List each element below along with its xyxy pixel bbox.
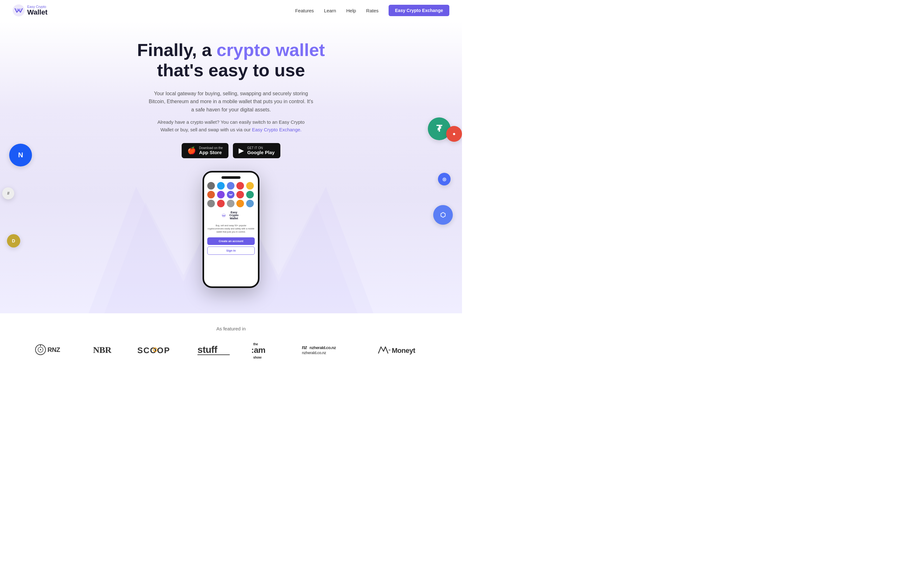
phone-create-account-button[interactable]: Create an account <box>207 237 255 245</box>
hero-heading-part2: that's easy to use <box>157 60 305 80</box>
crypto-dot-4 <box>236 182 244 190</box>
phone-wallet-logo: Easy Crypto Wallet <box>221 211 241 221</box>
phone-notch <box>221 176 241 179</box>
featured-section: As featured in RNZ NBR SCOOP stuff <box>0 313 462 374</box>
logo-icon <box>13 5 25 17</box>
nav-links: Features Learn Help Rates Easy Crypto Ex… <box>295 5 449 16</box>
svg-text:RNZ: RNZ <box>48 346 60 353</box>
phone-description: Buy, sell and swap 50+ popular cryptocur… <box>207 224 255 233</box>
featured-label: As featured in <box>19 326 443 331</box>
logo-wallet: Wallet <box>27 8 48 16</box>
crypto-dot-15 <box>246 200 254 207</box>
hero-heading-part1: Finally, a <box>137 40 216 60</box>
svg-text:nzherald.co.nz: nzherald.co.nz <box>310 345 336 350</box>
logo-text: Easy Crypto Wallet <box>27 5 48 16</box>
apple-icon: 🍎 <box>187 147 196 155</box>
googleplay-button[interactable]: ▶ GET IT ON Google Play <box>233 143 280 158</box>
navigation: Easy Crypto Wallet Features Learn Help R… <box>0 0 462 21</box>
crypto-dot-10 <box>246 191 254 198</box>
hero-heading: Finally, a crypto wallet that's easy to … <box>13 40 449 81</box>
nav-learn[interactable]: Learn <box>324 8 336 13</box>
crypto-dot-6 <box>207 191 215 198</box>
nav-rates[interactable]: Rates <box>366 8 378 13</box>
crypto-dot-13 <box>227 200 234 207</box>
phone-crypto-grid <box>207 182 255 207</box>
crypto-dot-11 <box>207 200 215 207</box>
hero-already-text: Already have a crypto wallet? You can ea… <box>152 118 310 134</box>
featured-stuff: stuff <box>196 344 231 358</box>
svg-text:SCOOP: SCOOP <box>137 345 170 355</box>
appstore-button[interactable]: 🍎 Download on the App Store <box>182 143 228 158</box>
crypto-dot-7 <box>217 191 225 198</box>
crypto-dot-9 <box>236 191 244 198</box>
phone-wallet-name1: Easy Crypto <box>227 211 241 217</box>
appstore-big-label: App Store <box>199 150 223 155</box>
hero-heading-highlight: crypto wallet <box>216 40 325 60</box>
logo[interactable]: Easy Crypto Wallet <box>13 5 48 17</box>
coin-dash: D <box>7 234 20 248</box>
crypto-dot-12 <box>217 200 225 207</box>
googleplay-small-label: GET IT ON <box>247 146 275 150</box>
svg-text:nz: nz <box>302 345 307 350</box>
nav-help[interactable]: Help <box>346 8 356 13</box>
appstore-small-label: Download on the <box>199 146 223 150</box>
crypto-dot-2 <box>217 182 225 190</box>
svg-text:show: show <box>253 355 262 359</box>
phone-mockup: Easy Crypto Wallet Buy, sell and swap 50… <box>203 171 259 288</box>
featured-nzherald: nz nzherald.co.nz nzherald.co.nz <box>300 345 358 357</box>
coin-polygon: ⬡ <box>433 205 453 225</box>
crypto-dot-14 <box>236 200 244 207</box>
hero-section: N // D ₮ ◎ ⬡ ● Finally, a crypto wallet … <box>0 21 462 313</box>
coin-unknown1: ◎ <box>438 173 450 185</box>
featured-logos: RNZ NBR SCOOP stuff the :am show <box>19 341 443 361</box>
crypto-dot-5 <box>246 182 254 190</box>
crypto-dot-3 <box>227 182 234 190</box>
googleplay-icon: ▶ <box>239 147 244 155</box>
am-logo: the :am show <box>250 341 282 360</box>
scoop-logo: SCOOP <box>136 344 177 356</box>
coin-edge: // <box>2 187 14 199</box>
hero-subtitle: Your local gateway for buying, selling, … <box>149 89 313 114</box>
featured-scoop: SCOOP <box>136 344 177 358</box>
coin-nexo: N <box>9 144 32 167</box>
rnz-logo: RNZ <box>35 344 73 355</box>
money-logo: Moneyt <box>376 344 427 356</box>
nbr-logo: NBR <box>92 344 117 355</box>
svg-text:stuff: stuff <box>198 344 218 355</box>
svg-text:Moneyt: Moneyt <box>392 347 416 354</box>
svg-text:nzherald.co.nz: nzherald.co.nz <box>302 351 326 355</box>
featured-am: the :am show <box>250 341 282 361</box>
phone-wallet-logo-icon <box>227 191 234 198</box>
nzherald-logo: nz nzherald.co.nz nzherald.co.nz <box>300 345 358 356</box>
featured-nbr: NBR <box>92 344 117 358</box>
featured-money: Moneyt <box>376 344 427 358</box>
crypto-dot-1 <box>207 182 215 190</box>
coin-red: ● <box>446 126 462 142</box>
svg-text:NBR: NBR <box>93 345 112 355</box>
phone-wallet-name2: Wallet <box>227 217 241 220</box>
phone-signin-button[interactable]: Sign In <box>207 246 255 255</box>
nav-features[interactable]: Features <box>295 8 314 13</box>
svg-text::am: :am <box>251 345 266 355</box>
store-buttons: 🍎 Download on the App Store ▶ GET IT ON … <box>13 143 449 158</box>
svg-point-4 <box>40 349 41 350</box>
exchange-cta-button[interactable]: Easy Crypto Exchange <box>389 5 449 16</box>
googleplay-big-label: Google Play <box>247 150 275 155</box>
exchange-link[interactable]: Easy Crypto Exchange. <box>252 127 302 132</box>
phone-logo-icon <box>221 213 226 218</box>
featured-rnz: RNZ <box>35 344 73 358</box>
phone-mockup-wrapper: Easy Crypto Wallet Buy, sell and swap 50… <box>203 171 259 288</box>
stuff-logo: stuff <box>196 344 231 356</box>
